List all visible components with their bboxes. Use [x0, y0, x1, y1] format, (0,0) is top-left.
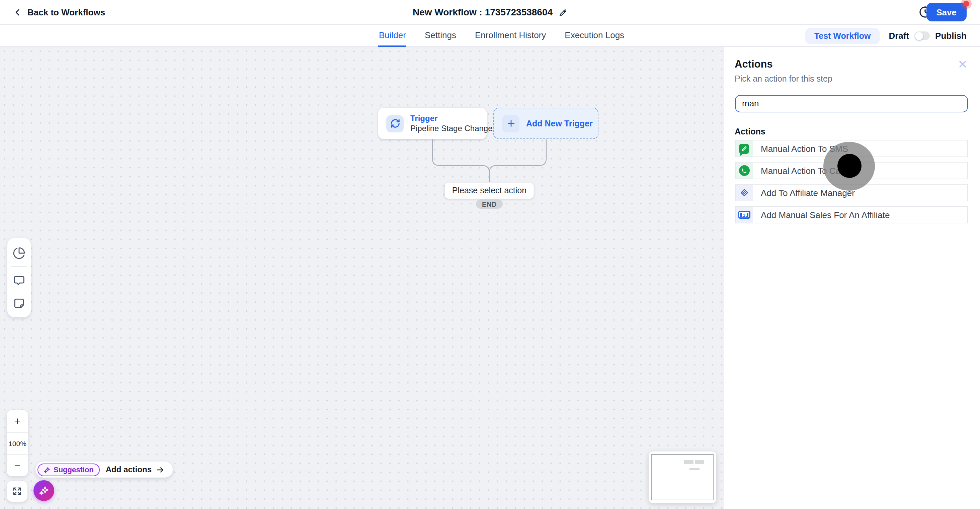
ai-assistant-button[interactable]	[33, 480, 54, 501]
action-search-input[interactable]	[735, 95, 968, 112]
comments-icon[interactable]	[13, 274, 26, 287]
tab-builder[interactable]: Builder	[378, 25, 407, 47]
tab-settings[interactable]: Settings	[424, 25, 457, 47]
suggestion-button[interactable]: Suggestion	[38, 463, 100, 476]
trigger-node[interactable]: Trigger Pipeline Stage Changed	[378, 108, 487, 139]
back-to-workflows-button[interactable]: Back to Workflows	[13, 0, 105, 24]
action-row-manual-call[interactable]: Manual Action To Call	[735, 162, 968, 179]
end-badge: END	[476, 199, 503, 209]
panel-header: Actions	[735, 57, 968, 71]
close-icon[interactable]	[957, 59, 968, 70]
unsaved-changes-badge	[963, 1, 969, 7]
stats-pie-icon[interactable]	[13, 246, 26, 260]
workflow-builder-app: Back to Workflows New Workflow : 1735723…	[0, 0, 980, 509]
action-row-affiliate-manager[interactable]: Add To Affiliate Manager	[735, 184, 968, 201]
add-new-trigger-node[interactable]: Add New Trigger	[493, 108, 598, 139]
zoom-out-button[interactable]: −	[7, 454, 28, 476]
minimap-label-node	[689, 468, 700, 470]
tab-list: Builder Settings Enrollment History Exec…	[378, 25, 625, 47]
tabbar-right-controls: Test Workflow Draft Publish	[806, 25, 967, 47]
sparkle-icon	[43, 466, 51, 473]
expand-icon	[12, 486, 22, 496]
suggestion-label: Suggestion	[54, 466, 94, 474]
zoom-controls: + 100% −	[7, 410, 28, 476]
action-list: Manual Action To SMS Manual Action To Ca…	[735, 140, 968, 224]
workflow-title-group: New Workflow : 1735723538604	[413, 0, 567, 24]
action-label: Manual Action To Call	[761, 165, 845, 176]
action-label: Add To Affiliate Manager	[761, 188, 855, 198]
workflow-canvas[interactable]: Trigger Pipeline Stage Changed Add New T…	[0, 47, 723, 509]
trigger-node-title: Trigger	[410, 113, 497, 124]
minimap-add-node	[695, 460, 704, 464]
tab-execution-logs[interactable]: Execution Logs	[564, 25, 625, 47]
call-icon	[735, 163, 753, 179]
notes-icon[interactable]	[13, 296, 26, 310]
publish-label: Publish	[935, 31, 967, 41]
sync-icon	[386, 115, 404, 132]
minimap-viewport	[651, 454, 714, 500]
back-label: Back to Workflows	[27, 7, 105, 17]
action-row-manual-sms[interactable]: Manual Action To SMS	[735, 140, 968, 157]
page-title: New Workflow : 1735723538604	[413, 7, 553, 17]
tab-enrollment-history[interactable]: Enrollment History	[474, 25, 547, 47]
publish-toggle-group: Draft Publish	[889, 31, 967, 41]
panel-subtitle: Pick an action for this step	[735, 74, 968, 84]
tools-divider	[11, 266, 27, 267]
top-bar: Back to Workflows New Workflow : 1735723…	[0, 0, 980, 25]
minimap[interactable]	[649, 452, 716, 503]
draft-label: Draft	[889, 31, 909, 41]
zoom-in-button[interactable]: +	[7, 410, 28, 432]
handshake-icon	[735, 185, 753, 201]
sparkles-icon	[38, 485, 49, 496]
canvas-tools-panel	[7, 238, 31, 317]
actions-section-label: Actions	[735, 127, 968, 137]
publish-toggle[interactable]	[915, 32, 930, 40]
panel-title: Actions	[735, 57, 773, 71]
add-actions-label: Add actions	[106, 465, 152, 474]
tab-bar: Builder Settings Enrollment History Exec…	[0, 25, 980, 47]
plus-icon	[502, 115, 519, 132]
money-icon: 1	[735, 207, 753, 223]
trigger-node-subtitle: Pipeline Stage Changed	[410, 124, 497, 133]
connector-lines	[0, 47, 723, 509]
add-new-trigger-label: Add New Trigger	[526, 119, 593, 128]
zoom-level: 100%	[7, 432, 28, 454]
fit-view-button[interactable]	[7, 481, 27, 502]
select-action-tooltip: Please select action	[445, 182, 534, 199]
actions-panel: Actions Pick an action for this step Act…	[723, 47, 980, 509]
test-workflow-button[interactable]: Test Workflow	[806, 28, 880, 44]
trigger-node-text: Trigger Pipeline Stage Changed	[410, 113, 497, 133]
sms-icon	[735, 141, 753, 157]
minimap-trigger-node	[684, 460, 694, 464]
suggestion-bar: Suggestion Add actions	[35, 461, 172, 477]
chevron-left-icon	[13, 8, 22, 16]
action-row-manual-sales[interactable]: 1 Add Manual Sales For An Affiliate	[735, 206, 968, 224]
toggle-knob	[915, 32, 923, 40]
arrow-right-icon	[156, 465, 164, 474]
action-label: Manual Action To SMS	[761, 143, 848, 154]
action-label: Add Manual Sales For An Affiliate	[761, 210, 889, 220]
add-actions-button[interactable]: Add actions	[106, 465, 164, 474]
save-button[interactable]: Save	[926, 3, 967, 21]
edit-pencil-icon[interactable]	[558, 8, 567, 16]
